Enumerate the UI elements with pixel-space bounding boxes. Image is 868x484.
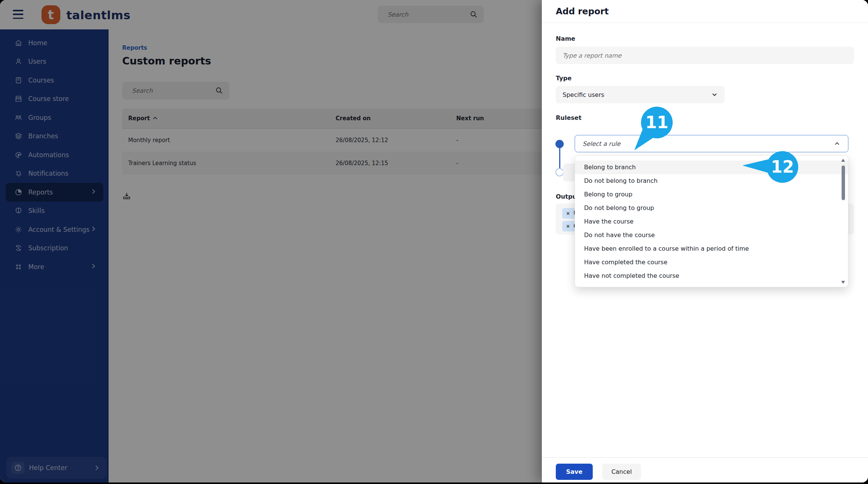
panel-title: Add report: [556, 6, 609, 16]
rule-select[interactable]: Select a rule: [575, 135, 848, 152]
dropdown-scrollbar[interactable]: [841, 159, 846, 284]
rule-node-selected[interactable]: [555, 140, 564, 148]
divider: [542, 23, 868, 23]
scrollbar-thumb[interactable]: [842, 165, 845, 200]
ruleset-label: Ruleset: [556, 114, 581, 121]
rule-option[interactable]: Have the course: [575, 215, 848, 228]
cancel-button[interactable]: Cancel: [602, 464, 641, 480]
callout-badge-11: 11: [633, 105, 673, 152]
modal-dim-overlay[interactable]: [0, 0, 542, 482]
rule-option[interactable]: Have not completed the course: [575, 269, 848, 283]
report-name-field: [556, 47, 854, 64]
rule-node-empty[interactable]: [555, 168, 564, 176]
scroll-down-icon[interactable]: [841, 281, 845, 284]
scroll-up-icon[interactable]: [841, 159, 845, 162]
type-select-value: Specific users: [563, 91, 604, 98]
divider: [542, 457, 868, 458]
close-icon[interactable]: ✕: [566, 211, 570, 216]
rule-option[interactable]: Have completed the course within a perio…: [575, 283, 848, 287]
add-report-panel: Add report Name Type Specific users Rule…: [542, 0, 868, 482]
report-name-input[interactable]: [556, 47, 854, 64]
chevron-down-icon: [711, 91, 718, 98]
save-button[interactable]: Save: [556, 464, 593, 480]
rule-option[interactable]: Belong to branch: [575, 161, 848, 174]
type-label: Type: [556, 75, 572, 82]
rule-option[interactable]: Do not have the course: [575, 228, 848, 242]
name-label: Name: [556, 35, 575, 42]
app-window: t talentlms Home Users Courses Course st: [0, 0, 868, 482]
rule-option[interactable]: Do not belong to branch: [575, 174, 848, 188]
close-icon[interactable]: ✕: [566, 224, 570, 229]
rule-option[interactable]: Do not belong to group: [575, 201, 848, 215]
rule-connector-line: [559, 148, 560, 168]
callout-badge-12: 12: [741, 150, 799, 184]
rule-option[interactable]: Belong to group: [575, 188, 848, 201]
callout-11-number: 11: [645, 113, 668, 132]
rule-select-placeholder: Select a rule: [583, 140, 620, 147]
rule-option[interactable]: Have been enrolled to a course within a …: [575, 242, 848, 256]
chevron-up-icon: [834, 140, 840, 147]
type-select[interactable]: Specific users: [556, 86, 725, 103]
callout-12-number: 12: [771, 157, 794, 176]
rule-options-dropdown: Belong to branch Do not belong to branch…: [575, 155, 848, 287]
rule-option[interactable]: Have completed the course: [575, 256, 848, 269]
